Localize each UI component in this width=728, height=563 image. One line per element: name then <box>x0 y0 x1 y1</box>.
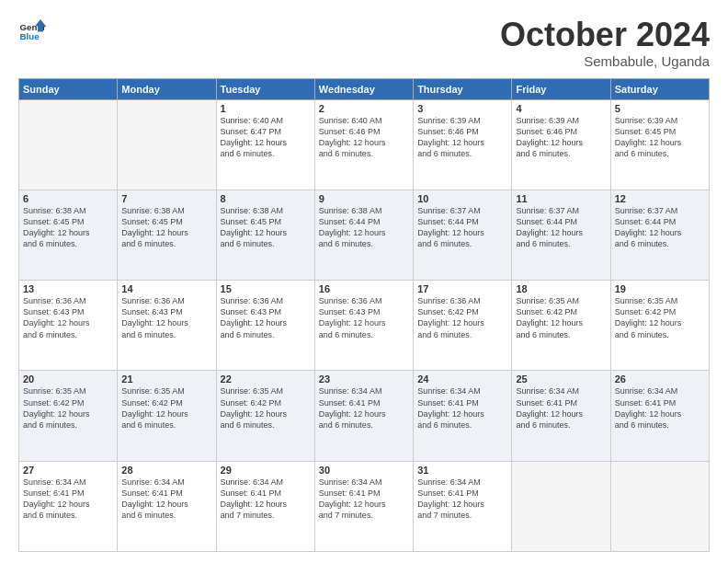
table-row: 27Sunrise: 6:34 AM Sunset: 6:41 PM Dayli… <box>19 461 118 551</box>
day-info: Sunrise: 6:34 AM Sunset: 6:41 PM Dayligh… <box>417 385 507 431</box>
day-info: Sunrise: 6:35 AM Sunset: 6:42 PM Dayligh… <box>615 295 705 340</box>
col-friday: Friday <box>512 78 610 99</box>
day-number: 28 <box>121 465 211 476</box>
table-row: 20Sunrise: 6:35 AM Sunset: 6:42 PM Dayli… <box>19 371 118 461</box>
day-info: Sunrise: 6:35 AM Sunset: 6:42 PM Dayligh… <box>221 385 311 431</box>
table-row: 9Sunrise: 6:38 AM Sunset: 6:44 PM Daylig… <box>314 190 413 280</box>
day-info: Sunrise: 6:35 AM Sunset: 6:42 PM Dayligh… <box>23 385 113 431</box>
table-row: 23Sunrise: 6:34 AM Sunset: 6:41 PM Dayli… <box>314 371 413 461</box>
table-row: 24Sunrise: 6:34 AM Sunset: 6:41 PM Dayli… <box>414 371 512 461</box>
day-info: Sunrise: 6:40 AM Sunset: 6:46 PM Dayligh… <box>319 115 409 160</box>
day-info: Sunrise: 6:34 AM Sunset: 6:41 PM Dayligh… <box>23 477 113 522</box>
calendar-week-row: 1Sunrise: 6:40 AM Sunset: 6:47 PM Daylig… <box>19 99 710 190</box>
table-row: 21Sunrise: 6:35 AM Sunset: 6:42 PM Dayli… <box>118 371 216 461</box>
day-number: 25 <box>516 373 606 385</box>
table-row: 25Sunrise: 6:34 AM Sunset: 6:41 PM Dayli… <box>512 371 610 461</box>
calendar-week-row: 13Sunrise: 6:36 AM Sunset: 6:43 PM Dayli… <box>19 281 710 371</box>
day-info: Sunrise: 6:39 AM Sunset: 6:46 PM Dayligh… <box>516 115 606 160</box>
day-number: 15 <box>221 283 311 294</box>
logo: General Blue <box>18 17 46 44</box>
logo-icon: General Blue <box>18 17 46 44</box>
day-number: 24 <box>417 373 507 385</box>
day-info: Sunrise: 6:37 AM Sunset: 6:44 PM Dayligh… <box>516 205 606 250</box>
col-tuesday: Tuesday <box>216 78 314 99</box>
day-info: Sunrise: 6:37 AM Sunset: 6:44 PM Dayligh… <box>417 205 507 250</box>
day-number: 30 <box>319 465 409 476</box>
table-row: 1Sunrise: 6:40 AM Sunset: 6:47 PM Daylig… <box>216 99 314 190</box>
day-number: 11 <box>516 193 606 204</box>
day-number: 26 <box>615 373 705 385</box>
day-number: 17 <box>417 283 507 294</box>
table-row: 2Sunrise: 6:40 AM Sunset: 6:46 PM Daylig… <box>314 99 413 190</box>
calendar-table: Sunday Monday Tuesday Wednesday Thursday… <box>18 78 710 552</box>
table-row: 6Sunrise: 6:38 AM Sunset: 6:45 PM Daylig… <box>19 190 118 280</box>
day-info: Sunrise: 6:38 AM Sunset: 6:45 PM Dayligh… <box>23 205 113 250</box>
day-info: Sunrise: 6:35 AM Sunset: 6:42 PM Dayligh… <box>516 295 606 340</box>
calendar-week-row: 6Sunrise: 6:38 AM Sunset: 6:45 PM Daylig… <box>19 190 710 280</box>
day-info: Sunrise: 6:40 AM Sunset: 6:47 PM Dayligh… <box>221 115 311 160</box>
day-number: 20 <box>23 373 113 385</box>
calendar-week-row: 20Sunrise: 6:35 AM Sunset: 6:42 PM Dayli… <box>19 371 710 461</box>
day-number: 21 <box>121 373 211 385</box>
day-info: Sunrise: 6:34 AM Sunset: 6:41 PM Dayligh… <box>221 477 311 522</box>
day-number: 29 <box>221 465 311 476</box>
table-row: 28Sunrise: 6:34 AM Sunset: 6:41 PM Dayli… <box>118 461 216 551</box>
calendar-header-row: Sunday Monday Tuesday Wednesday Thursday… <box>19 78 710 99</box>
table-row <box>118 99 216 190</box>
day-number: 3 <box>417 103 507 114</box>
day-number: 1 <box>221 103 311 114</box>
day-info: Sunrise: 6:34 AM Sunset: 6:41 PM Dayligh… <box>319 477 409 522</box>
day-info: Sunrise: 6:37 AM Sunset: 6:44 PM Dayligh… <box>615 205 705 250</box>
day-number: 2 <box>319 103 409 114</box>
table-row: 31Sunrise: 6:34 AM Sunset: 6:41 PM Dayli… <box>414 461 512 551</box>
day-info: Sunrise: 6:38 AM Sunset: 6:44 PM Dayligh… <box>319 205 409 250</box>
table-row: 7Sunrise: 6:38 AM Sunset: 6:45 PM Daylig… <box>118 190 216 280</box>
day-number: 7 <box>121 193 211 204</box>
table-row: 17Sunrise: 6:36 AM Sunset: 6:42 PM Dayli… <box>414 281 512 371</box>
day-number: 18 <box>516 283 606 294</box>
table-row: 16Sunrise: 6:36 AM Sunset: 6:43 PM Dayli… <box>314 281 413 371</box>
table-row: 14Sunrise: 6:36 AM Sunset: 6:43 PM Dayli… <box>118 281 216 371</box>
day-info: Sunrise: 6:36 AM Sunset: 6:43 PM Dayligh… <box>23 295 113 340</box>
table-row: 30Sunrise: 6:34 AM Sunset: 6:41 PM Dayli… <box>314 461 413 551</box>
day-info: Sunrise: 6:34 AM Sunset: 6:41 PM Dayligh… <box>319 385 409 431</box>
day-info: Sunrise: 6:39 AM Sunset: 6:46 PM Dayligh… <box>417 115 507 160</box>
table-row: 10Sunrise: 6:37 AM Sunset: 6:44 PM Dayli… <box>414 190 512 280</box>
table-row: 15Sunrise: 6:36 AM Sunset: 6:43 PM Dayli… <box>216 281 314 371</box>
day-number: 27 <box>23 465 113 476</box>
col-wednesday: Wednesday <box>314 78 413 99</box>
day-info: Sunrise: 6:35 AM Sunset: 6:42 PM Dayligh… <box>121 385 211 431</box>
day-info: Sunrise: 6:34 AM Sunset: 6:41 PM Dayligh… <box>615 385 705 431</box>
col-thursday: Thursday <box>414 78 512 99</box>
table-row <box>512 461 610 551</box>
day-number: 31 <box>417 465 507 476</box>
day-number: 6 <box>23 193 113 204</box>
day-number: 22 <box>221 373 311 385</box>
day-number: 5 <box>615 103 705 114</box>
day-number: 23 <box>319 373 409 385</box>
day-info: Sunrise: 6:36 AM Sunset: 6:43 PM Dayligh… <box>319 295 409 340</box>
day-info: Sunrise: 6:39 AM Sunset: 6:45 PM Dayligh… <box>615 115 705 160</box>
day-info: Sunrise: 6:34 AM Sunset: 6:41 PM Dayligh… <box>417 477 507 522</box>
day-info: Sunrise: 6:38 AM Sunset: 6:45 PM Dayligh… <box>121 205 211 250</box>
table-row: 8Sunrise: 6:38 AM Sunset: 6:45 PM Daylig… <box>216 190 314 280</box>
day-info: Sunrise: 6:36 AM Sunset: 6:43 PM Dayligh… <box>121 295 211 340</box>
table-row: 11Sunrise: 6:37 AM Sunset: 6:44 PM Dayli… <box>512 190 610 280</box>
col-monday: Monday <box>118 78 216 99</box>
table-row: 12Sunrise: 6:37 AM Sunset: 6:44 PM Dayli… <box>610 190 709 280</box>
day-number: 14 <box>121 283 211 294</box>
day-number: 16 <box>319 283 409 294</box>
day-info: Sunrise: 6:36 AM Sunset: 6:43 PM Dayligh… <box>221 295 311 340</box>
col-sunday: Sunday <box>19 78 118 99</box>
table-row <box>610 461 709 551</box>
day-number: 4 <box>516 103 606 114</box>
col-saturday: Saturday <box>610 78 709 99</box>
table-row <box>19 99 118 190</box>
table-row: 4Sunrise: 6:39 AM Sunset: 6:46 PM Daylig… <box>512 99 610 190</box>
day-number: 13 <box>23 283 113 294</box>
day-info: Sunrise: 6:38 AM Sunset: 6:45 PM Dayligh… <box>221 205 311 250</box>
table-row: 3Sunrise: 6:39 AM Sunset: 6:46 PM Daylig… <box>414 99 512 190</box>
day-number: 8 <box>221 193 311 204</box>
table-row: 18Sunrise: 6:35 AM Sunset: 6:42 PM Dayli… <box>512 281 610 371</box>
table-row: 13Sunrise: 6:36 AM Sunset: 6:43 PM Dayli… <box>19 281 118 371</box>
